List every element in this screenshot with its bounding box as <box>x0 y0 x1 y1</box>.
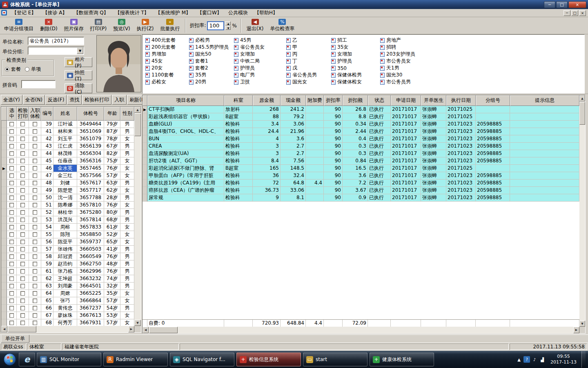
toolbar-button-exit[interactable]: ◀退出(X) <box>243 18 267 34</box>
toolbar-button-preview[interactable]: ◎预览(V) <box>110 18 134 34</box>
menu-item[interactable]: 【报表统计 T】 <box>112 9 152 17</box>
item-row[interactable]: 血脂4项(TG、CHOL、HDL-C、检验科24.421.96902.44已执行… <box>143 128 579 135</box>
patient-row[interactable]: 42刘玉平365107978岁女 <box>1 135 134 143</box>
item-row[interactable]: BUN检验科43.6900.4已执行20171017张崇蝉20171023205… <box>143 135 579 143</box>
toolbar-button-print[interactable]: ▤打印(P) <box>87 18 110 34</box>
grid-header-cell[interactable]: 科室 <box>224 95 253 106</box>
checkbox-cell[interactable] <box>17 172 29 180</box>
taskbar-item[interactable]: +健康体检系统 <box>370 352 434 366</box>
toolbar-button-execute[interactable]: ▶执行(Z) <box>134 18 157 34</box>
package-item[interactable]: 电厂男 <box>234 72 286 79</box>
checkbox-cell[interactable] <box>7 157 17 165</box>
checkbox-cell[interactable] <box>17 202 29 209</box>
row-checkbox[interactable] <box>20 195 25 200</box>
menu-item[interactable]: 【帮助H】 <box>251 9 281 17</box>
mdi-minimize-icon[interactable]: ─ <box>564 10 570 16</box>
checkbox-cell[interactable] <box>17 135 29 143</box>
capture-button[interactable]: ◉ 拍照(T) <box>65 70 92 80</box>
package-item[interactable]: 必检女 <box>145 79 189 85</box>
menu-item[interactable]: 公共模块 <box>225 9 251 17</box>
package-item[interactable]: 国光女 <box>286 79 331 85</box>
taskbar-item[interactable]: ▭start <box>303 352 368 366</box>
package-item[interactable]: 国光30 <box>380 72 445 79</box>
discount-rate-input[interactable] <box>207 21 224 30</box>
row-checkbox[interactable] <box>20 240 25 244</box>
checkbox-cell[interactable] <box>7 305 17 312</box>
photo-button[interactable]: ▣ 相片(P) <box>65 57 92 67</box>
menu-item[interactable]: 【系统维护 M】 <box>152 9 194 17</box>
checkbox-cell[interactable] <box>7 180 17 187</box>
row-checkbox[interactable] <box>33 254 37 259</box>
checkbox-cell[interactable] <box>7 150 17 157</box>
patient-row[interactable]: 65张巧366686457岁女 <box>1 297 134 305</box>
package-item[interactable]: 市公务员男 <box>380 79 445 85</box>
row-checkbox[interactable] <box>20 313 25 318</box>
checkbox-cell[interactable] <box>29 180 41 187</box>
patient-row[interactable]: 67廖妹珠366761353岁女 <box>1 312 134 319</box>
mdi-restore-icon[interactable]: □ <box>571 10 578 16</box>
scroll-up-icon[interactable]: ▲ <box>134 107 141 113</box>
grid-header-cell[interactable]: 年龄 <box>104 107 120 121</box>
item-row[interactable]: 尿常规检验科98.1900.9已执行20171017张崇蝉20171023205… <box>143 194 579 202</box>
package-item[interactable]: 护理员 <box>234 65 286 72</box>
chevron-down-icon[interactable]: ▼ <box>77 47 83 54</box>
grid-header-cell[interactable]: 编号 <box>41 107 53 121</box>
patient-row[interactable]: 64周嫦366522535岁女 <box>1 290 134 297</box>
toolbar-button-batch-execute[interactable]: »批量执行 <box>157 18 183 34</box>
patient-row[interactable]: 51陈希娜365781076岁女 <box>1 202 134 209</box>
clear-button[interactable]: Ø 清除(C) <box>65 83 92 93</box>
row-checkbox[interactable] <box>20 181 25 185</box>
patient-row[interactable]: 54周榕365783361岁女 <box>1 224 134 231</box>
checkbox-cell[interactable] <box>17 121 29 128</box>
row-checkbox[interactable] <box>20 151 25 156</box>
scroll-left-icon[interactable]: ◀ <box>1 326 7 332</box>
checkbox-cell[interactable] <box>7 135 17 143</box>
checkbox-cell[interactable] <box>17 157 29 165</box>
checkbox-cell[interactable] <box>29 275 41 283</box>
spin-down-icon[interactable]: ▼ <box>225 26 231 30</box>
item-row[interactable]: 甲胎蛋白（AFP）(常用于肝脏检验科3632.4903.6已执行20171017… <box>143 172 579 180</box>
row-checkbox[interactable] <box>20 269 25 274</box>
minimize-icon[interactable]: ─ <box>544 1 555 8</box>
checkbox-cell[interactable] <box>7 275 17 283</box>
package-item[interactable]: 丁 <box>286 58 331 65</box>
patient-row[interactable]: ▶46金水英365746576岁女 <box>1 165 134 172</box>
checkbox-cell[interactable] <box>29 319 41 326</box>
checkbox-cell[interactable] <box>29 224 41 231</box>
checkbox-cell[interactable] <box>7 290 17 297</box>
action-button[interactable]: 检验科打印 <box>82 95 111 105</box>
volume-tray-icon[interactable]: ♪ <box>531 356 538 363</box>
checkbox-cell[interactable] <box>29 268 41 275</box>
package-item[interactable]: 20女 <box>145 65 189 72</box>
checkbox-cell[interactable] <box>29 305 41 312</box>
item-grid-hscrollbar[interactable]: ◀ ▶ <box>143 327 579 333</box>
row-checkbox[interactable] <box>9 269 14 274</box>
grid-header-cell[interactable]: 性别 <box>120 107 134 121</box>
checkbox-cell[interactable] <box>17 238 29 246</box>
checkbox-cell[interactable] <box>7 194 17 202</box>
checkbox-cell[interactable] <box>7 143 17 150</box>
package-item[interactable]: 保健体检男 <box>331 72 380 79</box>
patient-row[interactable]: 45任薇蓓365631675岁女 <box>1 157 134 165</box>
row-checkbox[interactable] <box>9 313 14 318</box>
checkbox-cell[interactable] <box>29 128 41 135</box>
checkbox-cell[interactable] <box>29 194 41 202</box>
item-row[interactable]: CREA检验科32.7900.3已执行20171017张崇蝉2017102320… <box>143 143 579 150</box>
checkbox-cell[interactable] <box>17 297 29 305</box>
package-item[interactable]: 男增加 <box>145 51 189 58</box>
row-checkbox[interactable] <box>33 210 37 215</box>
checkbox-cell[interactable] <box>7 187 17 194</box>
checkbox-cell[interactable] <box>7 260 17 268</box>
package-item[interactable]: 必检男 <box>189 37 234 44</box>
patient-row[interactable]: 49陈楚楚365771762岁女 <box>1 187 134 194</box>
grid-header-cell[interactable]: 状态 <box>368 95 391 106</box>
row-checkbox[interactable] <box>9 173 14 178</box>
row-checkbox[interactable] <box>9 144 14 148</box>
grid-header-cell[interactable]: 姓名 <box>53 107 77 121</box>
package-item[interactable]: 丙 <box>286 51 331 58</box>
row-checkbox[interactable] <box>9 137 14 141</box>
taskbar-item[interactable]: +检验信息系统 <box>236 352 301 366</box>
row-checkbox[interactable] <box>9 122 14 126</box>
row-checkbox[interactable] <box>33 269 37 274</box>
row-checkbox[interactable] <box>9 306 14 310</box>
